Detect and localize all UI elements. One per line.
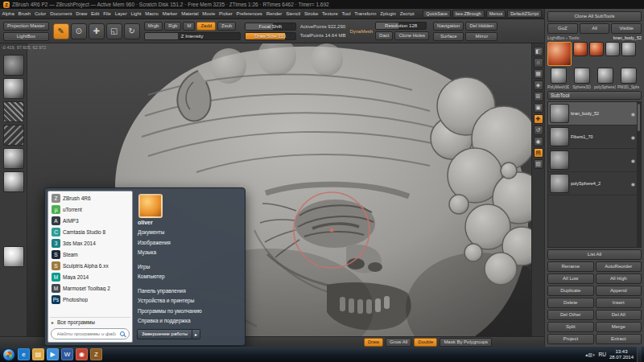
paint-mode-button[interactable]: Mrgb xyxy=(144,22,163,31)
start-menu-program[interactable]: M Maya 2014 xyxy=(50,272,130,282)
subtool-action-button[interactable]: Del Other xyxy=(547,310,594,320)
menu-item[interactable]: Zplugin xyxy=(378,11,398,16)
start-menu-place-item[interactable]: Музыка xyxy=(138,248,237,258)
tool-thumbnail-cell[interactable]: PM3D_Sphere3D_2 xyxy=(617,68,639,89)
clone-all-subtools-button[interactable]: Clone All SubTools xyxy=(547,11,642,22)
shelf-icon-button[interactable]: ⊞ xyxy=(534,92,543,101)
subtool-action-button[interactable]: Split xyxy=(547,322,594,332)
subtool-action-button[interactable]: Extract xyxy=(596,334,642,344)
menu-item[interactable]: Layer xyxy=(113,11,129,16)
shelf-right-button[interactable]: Del Hidden xyxy=(465,22,497,31)
menu-right-button[interactable]: DefaultZScript xyxy=(507,10,542,18)
start-menu-place-item[interactable]: Изображения xyxy=(138,238,237,249)
taskbar-app-icon[interactable]: ◉ xyxy=(76,348,88,360)
menu-item[interactable]: Alpha xyxy=(0,11,16,16)
subtool-action-button[interactable]: Del All xyxy=(596,310,642,320)
menu-item[interactable]: Marker xyxy=(160,11,179,16)
shelf-icon-button[interactable]: ▣ xyxy=(534,103,543,113)
taskbar-app-icon[interactable]: ▶ xyxy=(47,348,59,360)
menu-item[interactable]: Macro xyxy=(143,11,160,16)
menu-item[interactable]: Edit xyxy=(89,11,101,16)
subtool-action-button[interactable]: All Low xyxy=(547,274,594,284)
start-menu-place-item[interactable]: Игры xyxy=(138,262,237,273)
start-menu-place-item[interactable]: Панель управления xyxy=(138,286,237,297)
start-menu-program[interactable]: Ps Photoshop xyxy=(50,294,130,305)
start-menu-place-item[interactable]: Компьютер xyxy=(138,272,237,282)
user-name[interactable]: oliver xyxy=(138,220,237,225)
menu-right-button[interactable]: QuickSave xyxy=(423,10,451,18)
shelf-right-button[interactable]: Mirror xyxy=(465,32,497,41)
start-menu-program[interactable]: 3 3ds Max 2014 xyxy=(50,238,130,249)
start-menu-place-item[interactable]: Документы xyxy=(138,228,237,238)
bottom-shelf-button[interactable]: Draw xyxy=(364,338,383,347)
draw-size-slider[interactable]: Draw Size 313 xyxy=(245,32,296,40)
subtool-action-button[interactable]: Rename xyxy=(547,261,594,272)
menu-item[interactable]: Brush xyxy=(16,11,32,16)
menu-item[interactable]: Tool xyxy=(340,11,353,16)
shelf-right-button[interactable]: Surface xyxy=(433,32,464,41)
tool-thumbnail-cell[interactable]: polySphere3 xyxy=(594,68,616,89)
tool-thumbnail[interactable] xyxy=(621,42,636,56)
menu-item[interactable]: Draw xyxy=(74,11,89,16)
shelf-right-button[interactable]: Navigation xyxy=(433,22,464,31)
stroke-thumbnail[interactable] xyxy=(3,78,24,99)
start-menu-program[interactable]: µ uTorrent xyxy=(50,204,130,215)
shelf-icon-button[interactable]: ◧ xyxy=(534,47,543,56)
subtool-row[interactable]: Fibers1_70 ◉ xyxy=(548,125,641,149)
menu-item[interactable]: Light xyxy=(129,11,143,16)
menu-right-button[interactable]: Menus xyxy=(486,10,506,18)
menu-item[interactable]: Zscript xyxy=(398,11,416,16)
subtool-scrollbar[interactable] xyxy=(637,102,641,247)
menu-item[interactable]: Color xyxy=(33,11,48,16)
brush-thumbnail[interactable] xyxy=(3,55,24,76)
tool-top-button[interactable]: All xyxy=(580,23,610,34)
all-programs-button[interactable]: ▸ Все программы xyxy=(50,317,130,327)
bottom-shelf-button[interactable]: Grow All xyxy=(386,338,411,347)
alpha-thumbnail[interactable] xyxy=(3,101,24,122)
menu-right-button[interactable]: bee.ZBrough xyxy=(452,10,485,18)
subtool-action-button[interactable]: Append xyxy=(596,286,642,296)
start-menu-place-item[interactable]: Справка и поддержка xyxy=(138,316,237,327)
tool-thumbnail[interactable] xyxy=(589,42,604,56)
shelf-icon-button[interactable]: ▤ xyxy=(534,148,543,158)
language-indicator[interactable]: RU xyxy=(599,352,606,357)
start-menu-place-item[interactable]: Программы по умолчанию xyxy=(138,306,237,317)
taskbar-app-icon[interactable]: Z xyxy=(90,348,102,360)
material-thumbnail-light[interactable] xyxy=(3,246,24,267)
taskbar-app-icon[interactable]: W xyxy=(61,348,73,360)
start-button[interactable] xyxy=(2,348,15,361)
lightbox-button[interactable]: LightBox xyxy=(3,32,49,41)
show-desktop-button[interactable] xyxy=(637,347,642,362)
menu-item[interactable]: Picker xyxy=(217,11,234,16)
dynamesh-resolution-slider[interactable]: Resolution 128 xyxy=(375,22,427,30)
start-search-box[interactable] xyxy=(51,328,130,339)
subtool-action-button[interactable]: Duplicate xyxy=(547,286,594,296)
menu-item[interactable]: Texture xyxy=(320,11,340,16)
visibility-eye-icon[interactable]: ◉ xyxy=(631,111,635,117)
subtool-row[interactable]: polySphere4_2 ◉ xyxy=(548,172,641,195)
visibility-eye-icon[interactable]: ◉ xyxy=(631,158,635,163)
start-search-input[interactable] xyxy=(56,331,118,337)
tool-thumbnail[interactable] xyxy=(573,42,588,56)
focal-shift-slider[interactable]: Focal Shift xyxy=(245,23,296,31)
tool-thumbnail-cell[interactable]: Sphere3D xyxy=(571,68,592,89)
shelf-icon-button[interactable]: ▦ xyxy=(534,69,543,79)
dynamesh-option-button[interactable]: Clone Holes xyxy=(394,31,429,40)
bottom-shelf-button[interactable]: Mask By Polygroups xyxy=(440,338,492,347)
tool-top-button[interactable]: GoZ xyxy=(547,23,578,34)
start-menu-program[interactable]: A AIMP3 xyxy=(50,216,130,226)
taskbar-app-icon[interactable]: ▤ xyxy=(32,348,44,360)
visibility-eye-icon[interactable]: ◉ xyxy=(631,134,635,140)
menu-item[interactable]: Stroke xyxy=(303,11,320,16)
z-intensity-slider[interactable]: Z Intensity xyxy=(144,32,241,40)
paint-mode-button[interactable]: Rgb xyxy=(164,22,181,31)
start-menu-place-item[interactable]: Устройства и принтеры xyxy=(138,296,237,306)
transform-mode-button[interactable]: ✚ xyxy=(89,23,105,39)
dynamesh-option-button[interactable]: Dact xyxy=(375,31,393,40)
transform-mode-button[interactable]: ↻ xyxy=(124,23,140,39)
menu-item[interactable]: Document xyxy=(48,11,74,16)
texture-thumbnail[interactable] xyxy=(3,148,24,169)
shutdown-button[interactable]: Завершение работы ▸ xyxy=(137,329,200,339)
zsub-button[interactable]: Zsub xyxy=(217,22,236,31)
zadd-button[interactable]: Zadd xyxy=(196,22,216,31)
